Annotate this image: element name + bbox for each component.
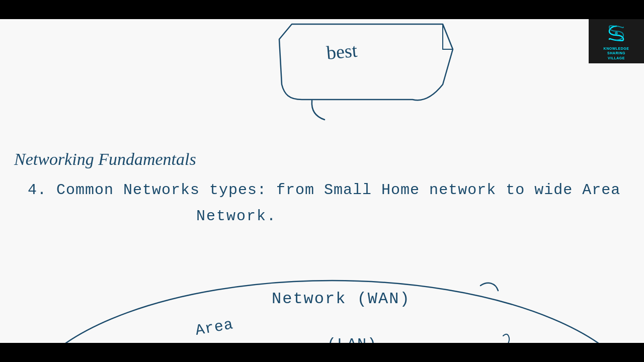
svg-point-0 (615, 32, 618, 35)
logo-icon (605, 22, 627, 44)
svg-text:(LAN): (LAN) (327, 336, 377, 343)
logo-text: KNOWLEDGE SHARING VILLAGE (604, 46, 629, 60)
lecture-drawing: best Networking Fundamentals 4. Common N… (0, 19, 644, 343)
svg-text:4. Common Networks types:  fro: 4. Common Networks types: from Small Hom… (28, 182, 620, 199)
logo-badge: KNOWLEDGE SHARING VILLAGE (589, 19, 644, 63)
content-area: KNOWLEDGE SHARING VILLAGE best Networkin… (0, 19, 644, 343)
bottom-black-bar (0, 343, 644, 362)
svg-text:Networking Fundamentals: Networking Fundamentals (14, 150, 196, 168)
top-black-bar (0, 0, 644, 19)
svg-text:Network (WAN): Network (WAN) (272, 290, 411, 308)
svg-text:Area: Area (194, 316, 235, 339)
svg-text:Network.: Network. (196, 208, 277, 225)
svg-text:best: best (326, 40, 358, 63)
